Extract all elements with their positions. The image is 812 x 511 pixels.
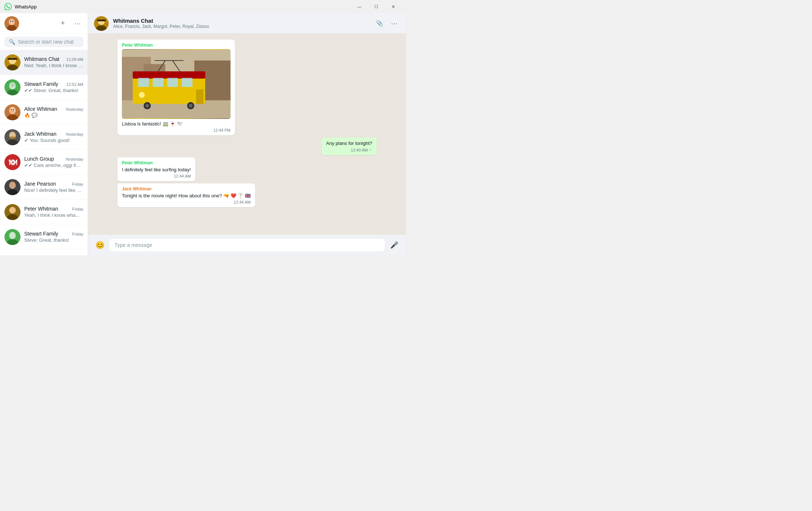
chat-info: Stewart Family 12:52 AM ✔✔ Steve: Great,… xyxy=(24,81,83,93)
message-bubble: Peter Whitman xyxy=(117,40,235,135)
close-button[interactable]: ✕ xyxy=(385,0,402,13)
read-check-icon: ✓ xyxy=(369,147,372,152)
svg-rect-35 xyxy=(97,19,106,21)
svg-point-12 xyxy=(11,83,14,87)
chat-list-item[interactable]: Stewart Family 12:52 AM ✔✔ Steve: Great,… xyxy=(0,75,88,100)
chat-menu-button[interactable]: ⋯ xyxy=(388,18,400,29)
chat-avatar xyxy=(4,104,21,120)
message-time: 12:44 AM xyxy=(122,174,191,178)
chat-preview: ✔ You: Sounds good! xyxy=(24,138,83,143)
chat-header: Whitmans Chat Alice, Francis, Jack, Marg… xyxy=(88,13,406,34)
message-text: Any plans for tonight? xyxy=(326,140,372,146)
chat-name: Whitmans Chat xyxy=(24,56,59,62)
chat-list-item[interactable]: Peter Whitman Friday Yeah, I think I kno… xyxy=(0,200,88,225)
chat-time: Yesterday xyxy=(65,107,83,112)
attach-button[interactable]: 📎 xyxy=(374,18,385,29)
svg-point-21 xyxy=(9,136,16,139)
chat-list-item[interactable]: Whitmans Chat 11:09 AM Ned: Yeah, I thin… xyxy=(0,50,88,75)
message-bubble: Any plans for tonight? 12:40 AM ✓ xyxy=(322,138,377,155)
message-time: 12:44 PM xyxy=(122,128,231,132)
chat-list-item[interactable]: Jack Whitman Yesterday ✔ You: Sounds goo… xyxy=(0,125,88,150)
chat-preview: Steve: Great, thanks! xyxy=(24,237,83,243)
message-input[interactable] xyxy=(109,239,385,251)
svg-point-31 xyxy=(9,232,16,239)
titlebar: WhatsApp — ☐ ✕ xyxy=(0,0,406,13)
svg-rect-45 xyxy=(153,78,164,87)
menu-button[interactable]: ⋯ xyxy=(72,18,83,29)
svg-point-14 xyxy=(9,107,16,114)
minimize-button[interactable]: — xyxy=(351,0,368,13)
message-sender: Peter Whitman xyxy=(122,160,191,165)
svg-point-53 xyxy=(139,92,145,98)
right-panel: Whitmans Chat Alice, Francis, Jack, Marg… xyxy=(88,13,406,255)
svg-rect-7 xyxy=(8,58,17,60)
message-sender: Jack Whitman xyxy=(122,186,251,191)
chat-preview: ✔✔ Steve: Great, thanks! xyxy=(24,88,83,93)
chat-avatar: 🍽 xyxy=(4,154,21,170)
chat-list: Whitmans Chat 11:09 AM Ned: Yeah, I thin… xyxy=(0,50,88,255)
message-text: Tonight is the movie night! How about th… xyxy=(122,193,251,198)
chat-preview: Nice! I definitely feel like surfing xyxy=(24,187,83,193)
left-panel: + ⋯ 🔍 Whitmans Chat 11:09 AM Ned: Yeah, … xyxy=(0,13,88,255)
svg-point-25 xyxy=(9,182,16,189)
search-input[interactable] xyxy=(18,39,79,45)
chat-time: Yesterday xyxy=(65,157,83,161)
svg-point-16 xyxy=(11,109,12,110)
chat-time: 11:09 AM xyxy=(66,57,83,62)
svg-rect-47 xyxy=(182,78,193,87)
svg-rect-48 xyxy=(196,90,203,104)
chat-header-avatar xyxy=(94,16,109,31)
chat-avatar xyxy=(4,229,21,245)
chat-info: Whitmans Chat 11:09 AM Ned: Yeah, I thin… xyxy=(24,56,83,68)
user-avatar[interactable] xyxy=(4,16,19,31)
chat-name: Whitmans Chat xyxy=(113,18,369,24)
svg-point-28 xyxy=(9,207,16,213)
svg-point-1 xyxy=(9,19,15,25)
message-bubble: Jack Whitman Tonight is the movie night!… xyxy=(117,183,255,207)
svg-text:🍽: 🍽 xyxy=(9,158,17,167)
chat-name: Jane Pearson xyxy=(24,181,56,187)
new-chat-button[interactable]: + xyxy=(57,18,69,29)
chat-name: Stewart Family xyxy=(24,231,58,237)
chat-time: Friday xyxy=(72,232,83,236)
svg-point-52 xyxy=(189,104,193,107)
chat-header-actions: 📎 ⋯ xyxy=(374,18,400,29)
mic-button[interactable]: 🎤 xyxy=(388,239,400,251)
chat-avatar xyxy=(4,79,21,95)
messages-area: Peter Whitman xyxy=(88,34,406,235)
svg-point-3 xyxy=(10,21,11,22)
chat-list-item[interactable]: 🍽 Lunch Group Yesterday ✔✔ Care amiche, … xyxy=(0,150,88,175)
search-icon: 🔍 xyxy=(9,39,15,45)
chat-name: Stewart Family xyxy=(24,81,58,87)
chat-header-info: Whitmans Chat Alice, Francis, Jack, Marg… xyxy=(113,18,369,29)
chat-info: Jack Whitman Yesterday ✔ You: Sounds goo… xyxy=(24,131,83,143)
chat-list-item[interactable]: Alice Whitman Yesterday 🔥 💬 xyxy=(0,100,88,125)
emoji-button[interactable]: 😊 xyxy=(94,239,106,251)
chat-time: Yesterday xyxy=(65,132,83,136)
message-time: 12:40 AM ✓ xyxy=(326,147,372,152)
message-time: 12:44 AM xyxy=(122,200,251,204)
chat-list-item[interactable]: Jane Pearson Friday Nice! I definitely f… xyxy=(0,175,88,200)
header-actions: + ⋯ xyxy=(57,18,83,29)
chat-list-item[interactable]: Stewart Family Friday Steve: Great, than… xyxy=(0,225,88,249)
chat-time: 12:52 AM xyxy=(66,82,83,87)
chat-info: Peter Whitman Friday Yeah, I think I kno… xyxy=(24,206,83,218)
maximize-button[interactable]: ☐ xyxy=(368,0,385,13)
svg-point-17 xyxy=(13,109,14,110)
message-bubble: Peter Whitman I definitely feel like sur… xyxy=(117,157,195,181)
chat-info: Jane Pearson Friday Nice! I definitely f… xyxy=(24,181,83,193)
chat-info: Lunch Group Yesterday ✔✔ Care amiche, og… xyxy=(24,156,83,168)
app-title: WhatsApp xyxy=(15,4,37,10)
svg-point-4 xyxy=(12,21,14,22)
search-container: 🔍 xyxy=(0,34,88,50)
chat-avatar xyxy=(4,54,21,70)
svg-rect-44 xyxy=(138,78,149,87)
chat-name: Jack Whitman xyxy=(24,131,57,137)
chat-name: Peter Whitman xyxy=(24,206,58,212)
svg-rect-46 xyxy=(167,78,178,87)
whatsapp-logo-icon xyxy=(4,3,12,10)
chat-preview: ✔✔ Care amiche, oggi finalmente posso xyxy=(24,163,83,168)
chat-avatar xyxy=(4,129,21,145)
titlebar-left: WhatsApp xyxy=(4,3,37,10)
left-header: + ⋯ xyxy=(0,13,88,34)
